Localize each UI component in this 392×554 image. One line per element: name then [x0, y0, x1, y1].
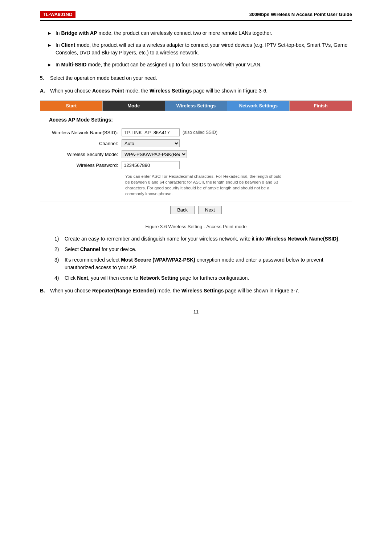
help-text: You can enter ASCII or Hexadecimal chara… — [125, 173, 285, 197]
ssid-input[interactable] — [122, 128, 180, 136]
wizard-step-network: Network Settings — [227, 101, 290, 111]
sub-step-num: 3) — [54, 256, 65, 271]
channel-select[interactable]: Auto 123 456 789 1011 — [122, 139, 180, 147]
sub-step-text: It's recommended select Most Secure (WPA… — [65, 256, 352, 271]
ssid-label: Wireless Network Name(SSID): — [49, 130, 122, 135]
step-5: 5. Select the operation mode based on yo… — [40, 74, 352, 82]
sub-step-num: 1) — [54, 235, 65, 243]
ssid-hint: (also called SSID) — [183, 130, 217, 135]
page-header: TL-WA901ND 300Mbps Wireless N Access Poi… — [40, 11, 352, 21]
sub-step-4: 4) Click Next, you will then come to Net… — [54, 274, 352, 282]
sub-step-text: Click Next, you will then come to Networ… — [65, 274, 249, 282]
arrow-icon: ► — [47, 30, 52, 37]
password-label: Wireless Password: — [49, 163, 122, 168]
sub-step-3: 3) It's recommended select Most Secure (… — [54, 256, 352, 271]
arrow-icon: ► — [47, 42, 52, 49]
sub-step-num: 2) — [54, 246, 65, 253]
ssid-row: Wireless Network Name(SSID): (also calle… — [49, 128, 343, 136]
step-a: A. When you choose Access Point mode, th… — [40, 87, 352, 95]
sub-step-1: 1) Create an easy-to-remember and distin… — [54, 235, 352, 243]
sub-step-2: 2) Select Channel for your device. — [54, 246, 352, 253]
step-text: Select the operation mode based on your … — [50, 74, 157, 82]
channel-row: Channel: Auto 123 456 789 1011 — [49, 139, 343, 147]
back-button[interactable]: Back — [170, 206, 195, 214]
figure-caption: Figure 3-6 Wireless Setting - Access Poi… — [40, 224, 352, 229]
list-item: ► In Client mode, the product will act a… — [47, 41, 352, 57]
step-letter: A. — [40, 87, 50, 95]
bullet-list: ► In Bridge with AP mode, the product ca… — [47, 29, 352, 69]
list-item: ► In Multi-SSID mode, the product can be… — [47, 61, 352, 69]
wizard-step-mode: Mode — [103, 101, 165, 111]
step-b-letter: B. — [40, 287, 50, 295]
bullet-text: In Bridge with AP mode, the product can … — [56, 29, 272, 37]
step-number: 5. — [40, 74, 50, 82]
form-area: Access AP Mode Settings: Wireless Networ… — [40, 111, 352, 201]
password-row: Wireless Password: — [49, 161, 343, 169]
next-button[interactable]: Next — [198, 206, 222, 214]
sub-step-text: Create an easy-to-remember and distingui… — [65, 235, 340, 243]
security-mode-label: Wireless Security Mode: — [49, 152, 122, 157]
wizard-bar: Start Mode Wireless Settings Network Set… — [40, 101, 352, 111]
security-mode-row: Wireless Security Mode: WPA-PSK/WPA2-PSK… — [49, 150, 343, 158]
step-a-text: When you choose Access Point mode, the W… — [50, 87, 268, 95]
bullet-text: In Client mode, the product will act as … — [56, 41, 352, 57]
step-b: B. When you choose Repeater(Range Extend… — [40, 287, 352, 295]
security-mode-select[interactable]: WPA-PSK/WPA2-PSK(Recomm Disable WEP WPA/… — [122, 150, 187, 158]
help-text-row: You can enter ASCII or Hexadecimal chara… — [49, 172, 343, 197]
sub-step-text: Select Channel for your device. — [65, 246, 136, 253]
step-b-text: When you choose Repeater(Range Extender)… — [50, 287, 299, 295]
wizard-step-start: Start — [40, 101, 103, 111]
figure-box: Start Mode Wireless Settings Network Set… — [40, 100, 352, 218]
password-input[interactable] — [122, 161, 180, 169]
sub-steps-list: 1) Create an easy-to-remember and distin… — [54, 235, 352, 282]
wizard-step-finish: Finish — [290, 101, 352, 111]
channel-label: Channel: — [49, 141, 122, 146]
page-number: 11 — [40, 309, 352, 315]
wizard-step-wireless: Wireless Settings — [165, 101, 228, 111]
list-item: ► In Bridge with AP mode, the product ca… — [47, 29, 352, 37]
arrow-icon: ► — [47, 61, 52, 69]
buttons-row: Back Next — [40, 201, 352, 218]
guide-title: 300Mbps Wireless N Access Point User Gui… — [249, 12, 352, 17]
bullet-text: In Multi-SSID mode, the product can be a… — [56, 61, 262, 69]
form-section-title: Access AP Mode Settings: — [49, 117, 343, 123]
model-label: TL-WA901ND — [40, 11, 75, 18]
sub-step-num: 4) — [54, 274, 65, 282]
